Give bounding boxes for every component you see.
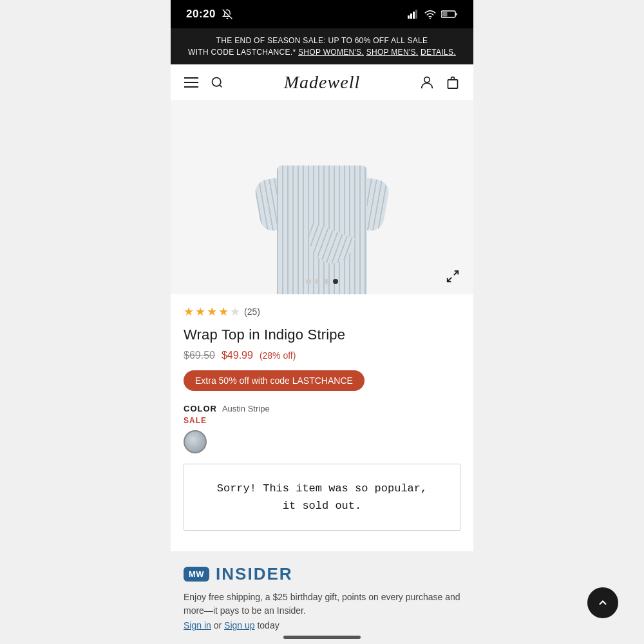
svg-point-5 xyxy=(430,18,431,19)
dot-4[interactable] xyxy=(333,279,338,284)
product-info: ★ ★ ★ ★ ★ (25) Wrap Top in Indigo Stripe… xyxy=(171,294,473,551)
product-top-illustration xyxy=(258,114,386,294)
promo-banner: THE END OF SEASON SALE: UP TO 60% OFF AL… xyxy=(171,28,473,64)
insider-title: INSIDER xyxy=(216,564,292,584)
status-icons xyxy=(408,10,458,19)
sale-price: $49.99 xyxy=(222,350,253,361)
svg-line-17 xyxy=(448,278,451,281)
product-title: Wrap Top in Indigo Stripe xyxy=(184,327,460,343)
signin-link[interactable]: Sign in xyxy=(184,620,211,630)
stars[interactable]: ★ ★ ★ ★ ★ xyxy=(184,305,240,319)
soldout-box: Sorry! This item was so popular,it sold … xyxy=(184,464,460,531)
nav-left xyxy=(184,75,225,90)
insider-links: Sign in or Sign up today xyxy=(184,620,460,630)
promo-shop-womens[interactable]: SHOP WOMEN'S. xyxy=(298,48,364,57)
account-button[interactable] xyxy=(419,75,435,90)
star-5: ★ xyxy=(230,305,240,319)
color-label: COLOR xyxy=(184,404,217,413)
signup-link[interactable]: Sign up xyxy=(224,620,254,630)
insider-description: Enjoy free shipping, a $25 birthday gift… xyxy=(184,591,460,618)
star-3: ★ xyxy=(207,305,217,319)
site-logo[interactable]: Madewell xyxy=(284,72,360,93)
sale-badge: SALE xyxy=(184,416,460,425)
today-text: today xyxy=(257,620,279,630)
original-price: $69.50 xyxy=(184,350,215,361)
svg-line-0 xyxy=(223,10,232,19)
color-label-row: COLOR Austin Stripe xyxy=(184,404,460,413)
star-4: ★ xyxy=(218,305,229,319)
svg-rect-3 xyxy=(413,12,415,19)
color-section: COLOR Austin Stripe SALE xyxy=(184,404,460,453)
color-name: Austin Stripe xyxy=(222,404,270,413)
search-button[interactable] xyxy=(209,75,225,90)
svg-rect-1 xyxy=(408,15,410,19)
signal-icon xyxy=(408,10,419,19)
svg-rect-11 xyxy=(184,86,198,88)
svg-rect-10 xyxy=(184,82,198,83)
svg-line-16 xyxy=(454,271,458,275)
svg-rect-15 xyxy=(448,80,457,88)
svg-point-14 xyxy=(424,77,430,82)
product-image xyxy=(171,101,473,294)
home-indicator xyxy=(283,636,361,639)
rating-row: ★ ★ ★ ★ ★ (25) xyxy=(184,305,460,319)
svg-rect-9 xyxy=(184,77,198,79)
image-dots xyxy=(306,279,338,284)
insider-header: MW INSIDER xyxy=(184,564,460,584)
status-time: 20:20 xyxy=(186,8,216,21)
star-1: ★ xyxy=(184,305,194,319)
navigation: Madewell xyxy=(171,64,473,101)
price-row: $69.50 $49.99 (28% off) xyxy=(184,350,460,361)
or-text: or xyxy=(214,620,222,630)
dot-3[interactable] xyxy=(324,279,329,284)
dot-1[interactable] xyxy=(306,279,311,284)
bag-button[interactable] xyxy=(445,75,460,90)
wifi-icon xyxy=(424,10,436,19)
bell-muted-icon xyxy=(222,9,232,19)
mw-badge: MW xyxy=(184,567,209,582)
svg-line-13 xyxy=(220,85,222,88)
svg-rect-7 xyxy=(455,13,457,15)
nav-right xyxy=(419,75,460,90)
svg-point-12 xyxy=(213,78,221,86)
star-2: ★ xyxy=(195,305,205,319)
status-bar: 20:20 xyxy=(171,0,473,28)
expand-image-button[interactable] xyxy=(442,266,463,287)
dot-2[interactable] xyxy=(315,279,320,284)
hamburger-menu-button[interactable] xyxy=(184,75,199,90)
promo-code-pill[interactable]: Extra 50% off with code LASTCHANCE xyxy=(184,370,365,391)
color-swatch[interactable] xyxy=(184,430,207,453)
insider-section: MW INSIDER Enjoy free shipping, a $25 bi… xyxy=(171,551,473,644)
product-image-container xyxy=(171,101,473,294)
battery-icon xyxy=(441,10,458,19)
promo-details[interactable]: DETAILS. xyxy=(421,48,456,57)
promo-shop-mens[interactable]: SHOP MEN'S. xyxy=(366,48,419,57)
svg-rect-8 xyxy=(442,12,448,17)
review-count[interactable]: (25) xyxy=(244,307,260,317)
soldout-text: Sorry! This item was so popular,it sold … xyxy=(197,480,447,515)
svg-rect-4 xyxy=(415,10,417,19)
promo-text-line2: WITH CODE LASTCHANCE.* xyxy=(188,48,296,57)
discount-label: (28% off) xyxy=(260,350,296,361)
promo-text-line1: THE END OF SEASON SALE: UP TO 60% OFF AL… xyxy=(216,36,428,45)
svg-rect-2 xyxy=(410,14,412,19)
